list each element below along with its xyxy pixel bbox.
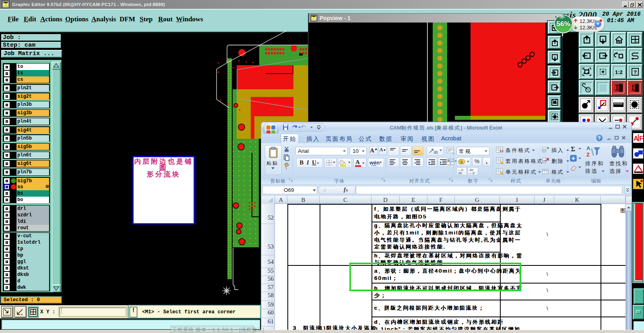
svg-text:?: ?: [634, 69, 637, 75]
svg-text:F: F: [639, 135, 643, 142]
svg-text:A: A: [634, 135, 638, 142]
svg-text:XY: XY: [636, 41, 639, 43]
svg-text:12.3K/s: 12.3K/s: [580, 25, 597, 31]
svg-text:α: α: [21, 312, 23, 316]
svg-text:1:2: 1:2: [615, 69, 623, 75]
